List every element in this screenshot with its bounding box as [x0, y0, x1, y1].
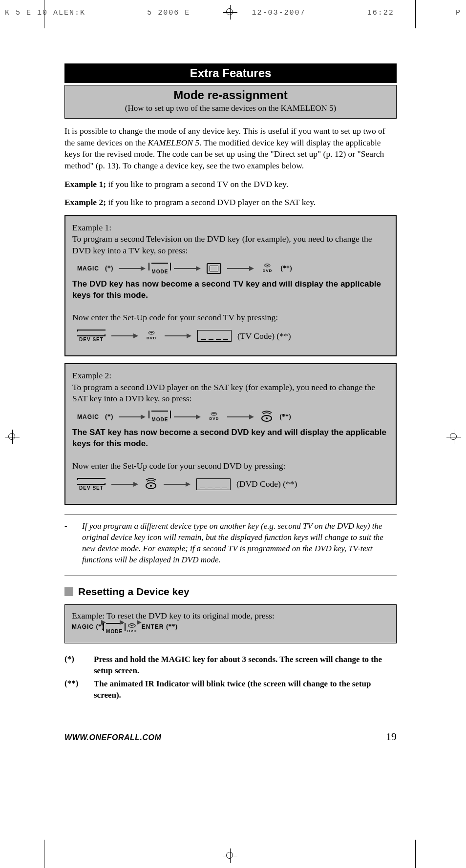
crop-mark — [415, 0, 416, 28]
svg-point-1 — [267, 265, 268, 266]
mode-reassignment-title: Mode re-assignment — [67, 88, 394, 102]
example1-intro: Example 1; if you like to program a seco… — [64, 179, 397, 190]
section-header-bar: Extra Features — [64, 63, 397, 83]
magic-key-label: MAGIC — [77, 413, 99, 421]
intro-paragraph: It is possible to change the mode of any… — [64, 125, 397, 172]
example2-intro: Example 2; if you like to program a seco… — [64, 197, 397, 208]
register-mark-icon — [5, 430, 20, 444]
crop-mark — [415, 840, 416, 868]
example2-title: Example 2: — [72, 371, 111, 380]
example2-sequence-1: MAGIC (*) MODE DVD (**) — [77, 411, 389, 423]
svg-point-3 — [268, 265, 269, 265]
example1-desc: To program a second Television on the DV… — [72, 233, 389, 256]
svg-point-13 — [266, 417, 268, 419]
devset-key-icon: DEV SET — [77, 330, 106, 343]
arrow-icon — [119, 267, 146, 270]
svg-point-19 — [133, 624, 134, 625]
footnote-text: Press and hold the MAGIC key for about 3… — [94, 654, 397, 677]
reset-section-heading: Resetting a Device key — [64, 586, 397, 598]
register-mark-icon — [446, 430, 461, 444]
print-header-time: 16:22 — [367, 9, 394, 17]
page-content: Extra Features Mode re-assignment (How t… — [64, 63, 397, 743]
page-footer: WWW.ONEFORALL.COM 19 — [64, 730, 397, 743]
arrow-icon — [119, 415, 146, 418]
sat-icon — [144, 478, 158, 491]
svg-point-11 — [214, 413, 216, 413]
print-header-date: 12-03-2007 — [252, 9, 305, 17]
svg-point-5 — [151, 332, 152, 333]
register-mark-icon — [223, 5, 237, 20]
example1-result: The DVD key has now become a second TV k… — [72, 279, 389, 301]
tv-icon — [207, 263, 221, 274]
print-header-mid: 5 2006 E — [147, 9, 190, 17]
footer-url: WWW.ONEFORALL.COM — [64, 733, 161, 742]
footnote-ref: (**) — [279, 413, 291, 422]
divider — [64, 515, 397, 515]
example1-sequence-2: DEV SET DVD (TV Code) (**) — [77, 330, 389, 343]
arrow-icon — [111, 483, 138, 486]
print-header-p: P — [456, 9, 461, 17]
arrow-icon — [164, 483, 191, 486]
svg-point-17 — [131, 625, 133, 626]
code-label: (DVD Code) (**) — [236, 478, 297, 490]
example2-box: Example 2: To program a second DVD playe… — [64, 363, 397, 505]
code-entry-icon — [196, 478, 231, 490]
svg-point-7 — [152, 332, 153, 332]
code-label: (TV Code) (**) — [237, 331, 291, 342]
footnote-mark: (**) — [64, 679, 88, 701]
mode-reassignment-subtitle: (How to set up two of the same devices o… — [67, 103, 394, 113]
footnote-ref: (*) — [105, 413, 113, 422]
code-entry-icon — [197, 330, 232, 342]
arrow-icon — [165, 334, 191, 337]
mode-key-icon: MODE — [151, 411, 168, 423]
footnote-text: The animated IR Indicator will blink twi… — [94, 679, 397, 701]
footnote-ref: (*) — [105, 264, 113, 273]
reset-desc: Example: To reset the DVD key to its ori… — [72, 611, 389, 621]
magic-key-label: MAGIC — [77, 265, 99, 272]
crop-mark — [44, 840, 44, 868]
dvd-icon: DVD — [260, 264, 275, 273]
crop-mark — [44, 0, 44, 28]
note-paragraph: - If you program a different device type… — [64, 521, 397, 566]
example2-desc: To program a second DVD player on the SA… — [72, 382, 389, 405]
footnotes: (*) Press and hold the MAGIC key for abo… — [64, 654, 397, 701]
svg-point-6 — [149, 332, 151, 332]
sat-icon — [260, 411, 274, 423]
reset-sequence: MAGIC (*) MODE DVD ENTER (**) — [72, 621, 389, 634]
subsection-header-bar: Mode re-assignment (How to set up two of… — [64, 85, 397, 119]
example1-box: Example 1: To program a second Televisio… — [64, 215, 397, 356]
example2-sequence-2: DEV SET (DVD Code) (**) — [77, 478, 389, 492]
divider — [64, 576, 397, 576]
svg-point-10 — [212, 413, 214, 413]
arrow-icon — [111, 334, 138, 337]
dvd-icon: DVD — [144, 331, 159, 341]
example1-title: Example 1: — [72, 223, 111, 232]
arrow-icon — [174, 415, 201, 418]
svg-point-2 — [266, 265, 267, 265]
page-number: 19 — [386, 730, 397, 743]
reset-box: Example: To reset the DVD key to its ori… — [64, 604, 397, 643]
example2-setup-text: Now enter the Set-Up code for your secon… — [72, 460, 389, 472]
dvd-icon: DVD — [125, 623, 139, 633]
footnote-ref: (**) — [280, 264, 292, 273]
mode-key-icon: MODE — [151, 263, 168, 275]
print-header-left: K 5 E 10 ALEN:K — [5, 9, 85, 17]
svg-point-18 — [130, 624, 131, 625]
enter-key-label: ENTER — [142, 623, 164, 630]
dvd-icon: DVD — [207, 412, 221, 422]
footnote-ref: (**) — [166, 623, 177, 630]
bullet-square-icon — [64, 587, 73, 596]
devset-key-icon: DEV SET — [77, 478, 106, 492]
register-mark-icon — [223, 848, 237, 863]
example1-sequence-1: MAGIC (*) MODE DVD (**) — [77, 263, 389, 275]
arrow-icon — [174, 267, 201, 270]
svg-point-15 — [150, 485, 152, 487]
footnote-mark: (*) — [64, 654, 88, 677]
arrow-icon — [227, 415, 254, 418]
svg-point-9 — [213, 413, 214, 414]
magic-key-label: MAGIC — [72, 623, 94, 630]
arrow-icon — [227, 267, 254, 270]
example2-result: The SAT key has now become a second DVD … — [72, 427, 389, 450]
example1-setup-text: Now enter the Set-Up code for your secon… — [72, 312, 389, 324]
